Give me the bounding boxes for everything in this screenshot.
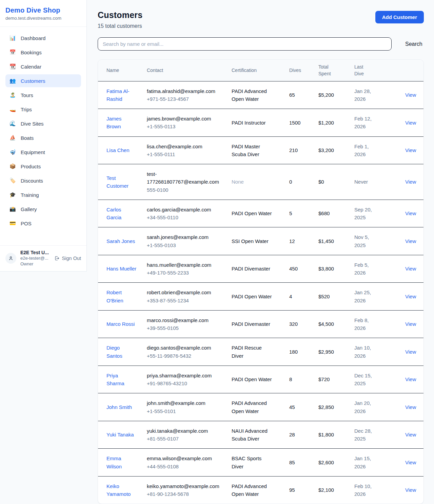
column-header-actions xyxy=(392,60,423,81)
user-role: Owner xyxy=(20,261,50,267)
column-header-dives: Dives xyxy=(289,60,318,81)
customer-certification: PADI Advanced Open Water xyxy=(232,81,289,109)
view-customer-link[interactable]: View xyxy=(405,432,416,437)
sidebar-item-boats[interactable]: ⛵ Boats xyxy=(5,131,81,144)
customer-name-link[interactable]: Emma Wilson xyxy=(106,455,122,469)
customer-total-spent: $3,200 xyxy=(318,136,354,164)
sidebar-item-pos[interactable]: 💳 POS xyxy=(5,217,81,230)
customer-email: emma.wilson@example.com xyxy=(147,454,222,462)
add-customer-button[interactable]: Add Customer xyxy=(375,11,424,23)
customer-dives: 95 xyxy=(289,476,318,504)
customer-email: test-1772681807767@example.com xyxy=(147,170,222,186)
customer-name-link[interactable]: Diego Santos xyxy=(106,345,122,358)
table-row: Sarah Jones sarah.jones@example.com +1-5… xyxy=(98,227,423,255)
customer-last-dive: Feb 5, 2026 xyxy=(354,255,392,283)
view-customer-link[interactable]: View xyxy=(405,147,416,153)
customer-dives: 180 xyxy=(289,338,318,366)
customer-phone: +1-555-0111 xyxy=(147,150,222,158)
table-row: Fatima Al-Rashid fatima.alrashid@example… xyxy=(98,81,423,109)
customer-email: robert.obrien@example.com xyxy=(147,288,222,296)
customer-name-link[interactable]: Yuki Tanaka xyxy=(106,432,134,437)
table-row: Emma Wilson emma.wilson@example.com +44-… xyxy=(98,448,423,476)
customer-dives: 28 xyxy=(289,421,318,449)
customer-name-link[interactable]: Keiko Yamamoto xyxy=(106,483,131,497)
view-customer-link[interactable]: View xyxy=(405,238,416,244)
sign-out-button[interactable]: Sign Out xyxy=(54,256,81,261)
customer-email: yuki.tanaka@example.com xyxy=(147,427,222,435)
customer-last-dive: Jan 25, 2026 xyxy=(354,282,392,310)
customer-name-link[interactable]: John Smith xyxy=(106,404,132,410)
customer-name-link[interactable]: Priya Sharma xyxy=(106,373,124,386)
customer-total-spent: $2,600 xyxy=(318,448,354,476)
user-email: e2e-tester@... xyxy=(20,255,50,261)
sidebar-item-training[interactable]: 🎓 Training xyxy=(5,188,81,201)
view-customer-link[interactable]: View xyxy=(405,179,416,185)
customer-dives: 1500 xyxy=(289,109,318,136)
main-content: Customers 15 total customers Add Custome… xyxy=(87,0,434,504)
view-customer-link[interactable]: View xyxy=(405,404,416,410)
table-row: Lisa Chen lisa.chen@example.com +1-555-0… xyxy=(98,136,423,164)
customer-phone: +81-90-1234-5678 xyxy=(147,490,222,498)
trips-icon: 🚤 xyxy=(9,106,16,112)
customer-certification: BSAC Sports Diver xyxy=(232,448,289,476)
avatar xyxy=(5,253,16,264)
person-icon xyxy=(8,256,14,261)
customer-name-link[interactable]: Robert O'Brien xyxy=(106,290,123,303)
sidebar-item-gallery[interactable]: 📸 Gallery xyxy=(5,203,81,216)
sidebar-item-discounts[interactable]: 🏷️ Discounts xyxy=(5,174,81,187)
column-header-last-dive: Last Dive xyxy=(354,60,392,81)
view-customer-link[interactable]: View xyxy=(405,321,416,327)
view-customer-link[interactable]: View xyxy=(405,487,416,493)
customer-dives: 65 xyxy=(289,81,318,109)
sidebar-item-dashboard[interactable]: 📊 Dashboard xyxy=(5,32,81,44)
sidebar-item-tours[interactable]: 🏝️ Tours xyxy=(5,89,81,101)
view-customer-link[interactable]: View xyxy=(405,294,416,299)
sidebar-item-bookings[interactable]: 📅 Bookings xyxy=(5,46,81,59)
column-header-certification: Certification xyxy=(232,60,289,81)
view-customer-link[interactable]: View xyxy=(405,92,416,98)
table-row: Robert O'Brien robert.obrien@example.com… xyxy=(98,282,423,310)
customer-name-link[interactable]: Sarah Jones xyxy=(106,238,135,244)
dashboard-icon: 📊 xyxy=(9,35,16,41)
customer-name-link[interactable]: Hans Mueller xyxy=(106,266,136,272)
customer-total-spent: $1,200 xyxy=(318,109,354,136)
view-customer-link[interactable]: View xyxy=(405,210,416,216)
customer-email: keiko.yamamoto@example.com xyxy=(147,482,222,490)
customer-name-link[interactable]: James Brown xyxy=(106,116,121,129)
customer-email: diego.santos@example.com xyxy=(147,344,222,352)
customer-last-dive: Jan 28, 2026 xyxy=(354,81,392,109)
view-customer-link[interactable]: View xyxy=(405,460,416,465)
customer-total-spent: $680 xyxy=(318,200,354,227)
customer-name-link[interactable]: Lisa Chen xyxy=(106,147,130,153)
sidebar-item-calendar[interactable]: 📆 Calendar xyxy=(5,60,81,73)
customer-name-link[interactable]: Fatima Al-Rashid xyxy=(106,88,130,102)
customer-name-link[interactable]: Test Customer xyxy=(106,175,129,189)
view-customer-link[interactable]: View xyxy=(405,349,416,355)
view-customer-link[interactable]: View xyxy=(405,376,416,382)
sidebar-item-dive-sites[interactable]: 🌊 Dive Sites xyxy=(5,117,81,130)
sidebar-item-customers[interactable]: 👥 Customers xyxy=(5,74,81,87)
customer-name-link[interactable]: Carlos Garcia xyxy=(106,207,121,220)
customer-email: hans.mueller@example.com xyxy=(147,261,222,269)
customer-certification: SSI Open Water xyxy=(232,227,289,255)
search-input[interactable] xyxy=(98,37,392,51)
customer-phone: +971-55-123-4567 xyxy=(147,95,222,103)
table-row: James Brown james.brown@example.com +1-5… xyxy=(98,109,423,136)
shop-name: Demo Dive Shop xyxy=(5,6,81,14)
view-customer-link[interactable]: View xyxy=(405,266,416,272)
table-row: Yuki Tanaka yuki.tanaka@example.com +81-… xyxy=(98,421,423,449)
customer-certification: PADI Rescue Diver xyxy=(232,338,289,366)
sidebar-item-trips[interactable]: 🚤 Trips xyxy=(5,103,81,116)
column-header-contact: Contact xyxy=(147,60,232,81)
sidebar-item-products[interactable]: 📦 Products xyxy=(5,160,81,173)
sidebar-item-equipment[interactable]: 🤿 Equipment xyxy=(5,146,81,158)
customer-last-dive: Dec 28, 2025 xyxy=(354,421,392,449)
customer-total-spent: $5,200 xyxy=(318,81,354,109)
view-customer-link[interactable]: View xyxy=(405,120,416,126)
search-button[interactable]: Search xyxy=(403,38,425,50)
customer-last-dive: Never xyxy=(354,164,392,200)
customer-dives: 85 xyxy=(289,448,318,476)
customer-dives: 45 xyxy=(289,393,318,421)
sign-out-label: Sign Out xyxy=(62,256,81,261)
customer-name-link[interactable]: Marco Rossi xyxy=(106,321,135,327)
